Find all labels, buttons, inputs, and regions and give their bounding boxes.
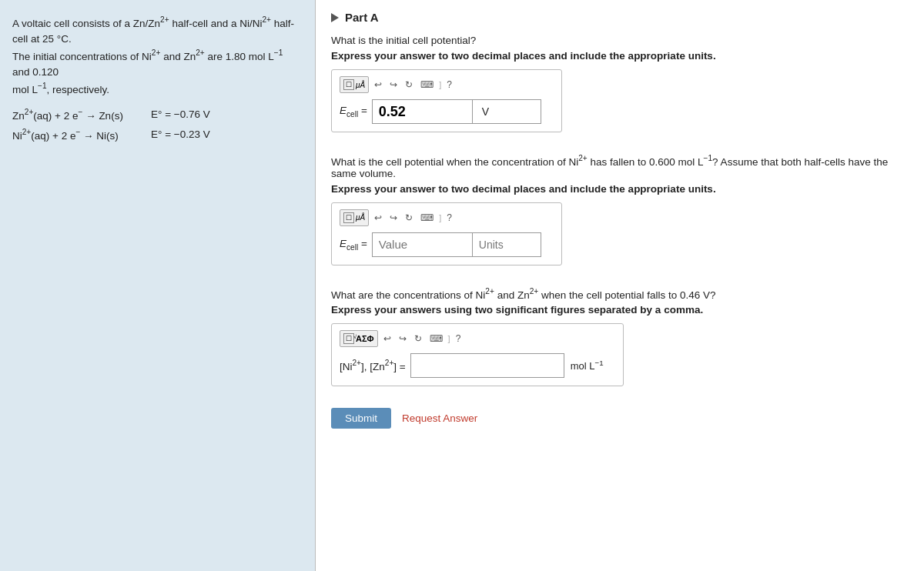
question2-block: What is the cell potential when the conc… [331,154,901,265]
undo-icon[interactable]: ↩ [372,79,384,90]
help-icon-3[interactable]: ? [454,333,464,344]
ecell-label-1: Ecell = [340,105,367,119]
reaction1-lhs: Zn2+(aq) + 2 e− → Zn(s) [12,105,136,125]
redo-icon-3[interactable]: ↪ [397,333,409,344]
submit-button[interactable]: Submit [331,408,391,429]
question2-text: What is the cell potential when the conc… [331,154,901,179]
request-answer-button[interactable]: Request Answer [402,412,477,424]
keyboard-icon[interactable]: ⌨ [418,79,436,90]
help-icon[interactable]: ? [444,79,454,90]
right-panel: Part A What is the initial cell potentia… [316,0,924,571]
question3-answer-box: ☐√ ΑΣΦ ↩ ↪ ↻ ⌨ ] ? [Ni2+], [Zn2+] = mol … [331,323,624,386]
units-display-1: V [472,99,541,124]
units-input-2[interactable] [472,232,541,257]
bracket-label: [Ni2+], [Zn2+] = [340,359,406,372]
submit-row: Submit Request Answer [331,408,901,429]
ecell-label-2: Ecell = [340,238,367,252]
refresh-icon[interactable]: ↻ [403,79,415,90]
keyboard-icon-3[interactable]: ⌨ [427,333,445,344]
value-input-2[interactable] [372,232,472,257]
question1-text: What is the initial cell potential? [331,35,901,46]
format-btn-3[interactable]: ☐√ ΑΣΦ [340,330,378,347]
part-label: Part A [345,11,379,24]
concentrations-input[interactable] [410,353,564,378]
keyboard-icon-2[interactable]: ⌨ [418,212,436,223]
question2-answer-box: ☐ μÅ ↩ ↪ ↻ ⌨ ] ? Ecell = [331,202,562,265]
left-panel: A voltaic cell consists of a Zn/Zn2+ hal… [0,0,316,571]
question1-toolbar: ☐ μÅ ↩ ↪ ↻ ⌨ ] ? [340,76,554,93]
undo-icon-3[interactable]: ↩ [381,333,393,344]
toolbar-sep-3: ] [448,334,450,343]
undo-icon-2[interactable]: ↩ [372,212,384,223]
question1-input-row: Ecell = V [340,99,554,124]
toolbar-sep-2: ] [439,213,441,222]
problem-description: A voltaic cell consists of a Zn/Zn2+ hal… [12,14,303,98]
part-header: Part A [331,11,901,24]
reaction2-lhs: Ni2+(aq) + 2 e− → Ni(s) [12,125,136,145]
question3-text: What are the concentrations of Ni2+ and … [331,287,901,301]
question3-block: What are the concentrations of Ni2+ and … [331,287,901,387]
question1-block: What is the initial cell potential? Expr… [331,35,901,132]
format-btn-2[interactable]: ☐ μÅ [340,209,369,226]
reaction2-rhs: E° = −0.23 V [151,125,210,145]
question1-answer-box: ☐ μÅ ↩ ↪ ↻ ⌨ ] ? Ecell = V [331,69,562,132]
question2-toolbar: ☐ μÅ ↩ ↪ ↻ ⌨ ] ? [340,209,554,226]
collapse-icon[interactable] [331,13,339,22]
format-btn-1[interactable]: ☐ μÅ [340,76,369,93]
value-input-1[interactable] [372,99,472,124]
mol-label: mol L−1 [571,359,604,372]
question3-input-row: [Ni2+], [Zn2+] = mol L−1 [340,353,615,378]
toolbar-sep-1: ] [439,80,441,89]
redo-icon-2[interactable]: ↪ [387,212,400,223]
reaction1-rhs: E° = −0.76 V [151,105,210,125]
reactions-table: Zn2+(aq) + 2 e− → Zn(s) E° = −0.76 V Ni2… [12,105,303,145]
question2-input-row: Ecell = [340,232,554,257]
question3-toolbar: ☐√ ΑΣΦ ↩ ↪ ↻ ⌨ ] ? [340,330,615,347]
refresh-icon-2[interactable]: ↻ [403,212,415,223]
redo-icon[interactable]: ↪ [387,79,400,90]
question2-instruction: Express your answer to two decimal place… [331,183,901,195]
question3-instruction: Express your answers using two significa… [331,304,901,316]
refresh-icon-3[interactable]: ↻ [412,333,424,344]
help-icon-2[interactable]: ? [444,212,454,223]
question1-instruction: Express your answer to two decimal place… [331,50,901,62]
